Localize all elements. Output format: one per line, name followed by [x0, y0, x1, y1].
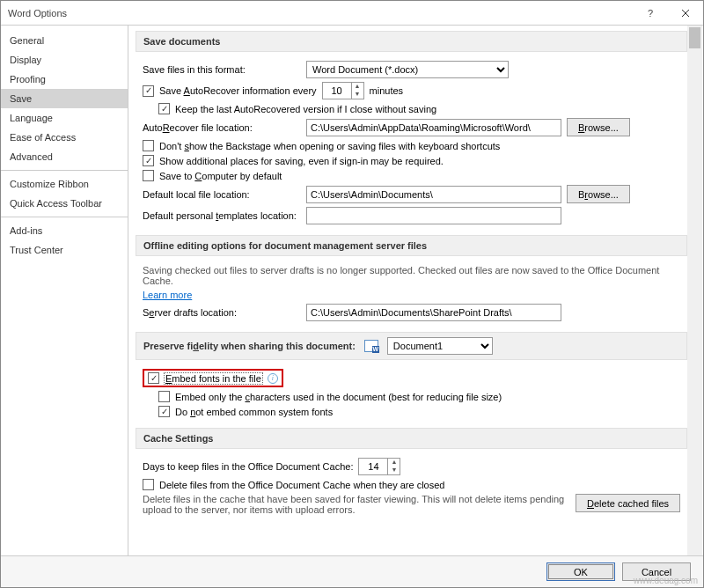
default-templates-input[interactable]: [306, 207, 561, 224]
autorecover-location-input[interactable]: [306, 119, 561, 136]
embed-only-checkbox[interactable]: [158, 391, 170, 402]
sidebar-separator: [1, 217, 128, 217]
browse-autorecover-button[interactable]: Browse...: [567, 118, 630, 136]
keep-last-checkbox[interactable]: [158, 103, 170, 114]
save-format-combo[interactable]: Word Document (*.docx): [306, 61, 509, 78]
server-drafts-input[interactable]: [306, 304, 561, 321]
autorecover-minutes-spin[interactable]: ▲▼: [322, 82, 364, 99]
sidebar-item-quick-access-toolbar[interactable]: Quick Access Toolbar: [1, 194, 128, 213]
close-icon: [681, 9, 690, 18]
sidebar-item-customize-ribbon[interactable]: Customize Ribbon: [1, 174, 128, 194]
sidebar-item-add-ins[interactable]: Add-ins: [1, 221, 128, 240]
sidebar-item-display[interactable]: Display: [1, 50, 128, 70]
delete-cached-files-button[interactable]: Delete cached files: [576, 494, 680, 512]
vertical-scrollbar[interactable]: [687, 26, 702, 555]
sidebar-item-ease-of-access[interactable]: Ease of Access: [1, 128, 128, 147]
close-button[interactable]: [668, 1, 703, 26]
document-icon: [364, 340, 378, 352]
sidebar-item-language[interactable]: Language: [1, 108, 128, 128]
titlebar: Word Options ?: [1, 1, 703, 26]
autorecover-minutes-input[interactable]: [323, 83, 351, 99]
section-offline: Offline editing options for document man…: [136, 235, 687, 256]
section-cache: Cache Settings: [136, 428, 687, 449]
additional-places-checkbox[interactable]: [143, 155, 154, 166]
window-title: Word Options: [1, 8, 633, 18]
info-icon[interactable]: i: [268, 373, 278, 384]
autorecover-checkbox[interactable]: [143, 85, 154, 97]
scrollbar-thumb[interactable]: [689, 27, 700, 48]
no-embed-common-checkbox[interactable]: [158, 406, 170, 417]
cache-days-spin[interactable]: ▲▼: [358, 458, 400, 475]
delete-closed-checkbox[interactable]: [143, 479, 154, 490]
embed-fonts-highlight: Embed fonts in the file i: [143, 369, 283, 387]
browse-default-button[interactable]: Browse...: [567, 185, 630, 203]
dialog-footer: OK Cancel: [1, 555, 703, 587]
sidebar-item-general[interactable]: General: [1, 31, 128, 50]
minutes-label: minutes: [370, 85, 404, 96]
additional-places-label: Show additional places for saving, even …: [159, 156, 444, 166]
save-format-label: Save files in this format:: [143, 64, 301, 75]
cache-note: Delete files in the cache that have been…: [143, 494, 570, 515]
embed-fonts-checkbox[interactable]: [148, 372, 159, 384]
section-preserve: Preserve fidelity when sharing this docu…: [136, 332, 687, 360]
keep-last-label: Keep the last AutoRecovered version if I…: [175, 104, 436, 114]
help-button[interactable]: ?: [633, 1, 668, 26]
save-computer-checkbox[interactable]: [143, 170, 154, 181]
backstage-checkbox[interactable]: [143, 140, 154, 151]
cache-days-input[interactable]: [359, 459, 387, 474]
sidebar: General Display Proofing Save Language E…: [1, 26, 128, 555]
spin-up-icon[interactable]: ▲: [351, 83, 363, 91]
sidebar-item-trust-center[interactable]: Trust Center: [1, 240, 128, 260]
word-options-window: Word Options ? General Display Proofing …: [0, 0, 704, 588]
content-pane: Save documents Save files in this format…: [128, 26, 703, 555]
spin-up-icon[interactable]: ▲: [387, 459, 400, 467]
delete-closed-label: Delete files from the Office Document Ca…: [159, 480, 444, 490]
sidebar-item-proofing[interactable]: Proofing: [1, 70, 128, 89]
watermark: www.deuag.com: [634, 576, 698, 585]
spin-down-icon[interactable]: ▼: [351, 91, 363, 99]
sidebar-separator: [1, 170, 128, 171]
learn-more-link[interactable]: Learn more: [143, 290, 192, 300]
ok-button[interactable]: OK: [546, 562, 615, 581]
preserve-doc-combo[interactable]: Document1: [387, 337, 493, 355]
default-location-input[interactable]: [306, 186, 561, 203]
section-save-documents: Save documents: [136, 31, 687, 52]
cache-days-label: Days to keep files in the Office Documen…: [143, 461, 353, 472]
sidebar-item-save[interactable]: Save: [1, 89, 128, 108]
spin-down-icon[interactable]: ▼: [387, 467, 400, 474]
sidebar-item-advanced[interactable]: Advanced: [1, 147, 128, 166]
offline-note: Saving checked out files to server draft…: [143, 265, 680, 286]
